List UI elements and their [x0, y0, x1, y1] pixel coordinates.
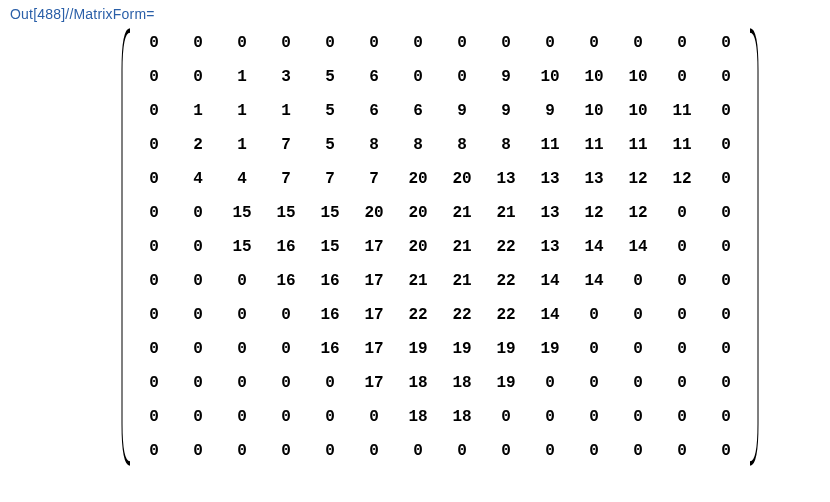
matrix-cell: 0: [660, 230, 704, 264]
matrix-cell: 0: [220, 434, 264, 468]
matrix-cell: 0: [132, 128, 176, 162]
matrix-cell: 0: [264, 434, 308, 468]
matrix-cell: 17: [352, 264, 396, 298]
matrix-cell: 0: [704, 128, 748, 162]
matrix-cell: 0: [484, 434, 528, 468]
matrix-cell: 0: [220, 400, 264, 434]
matrix-cell: 0: [660, 60, 704, 94]
matrix-cell: 0: [704, 332, 748, 366]
matrix-cell: 0: [220, 298, 264, 332]
matrix-cell: 10: [616, 94, 660, 128]
matrix-cell: 0: [352, 26, 396, 60]
cell-label: Out[488]//MatrixForm=: [10, 6, 820, 22]
matrix-cell: 0: [660, 332, 704, 366]
matrix-cell: 10: [572, 94, 616, 128]
matrix-cell: 0: [572, 332, 616, 366]
matrix-cell: 8: [352, 128, 396, 162]
matrix-cell: 14: [572, 264, 616, 298]
matrix-cell: 20: [396, 162, 440, 196]
matrix-cell: 0: [660, 400, 704, 434]
matrix-cell: 0: [616, 366, 660, 400]
matrix-cell: 0: [132, 366, 176, 400]
matrix-cell: 1: [220, 60, 264, 94]
matrix-cell: 13: [572, 162, 616, 196]
matrix-cell: 6: [396, 94, 440, 128]
matrix-cell: 13: [528, 230, 572, 264]
matrix-row: 0000001818000000: [132, 400, 748, 434]
matrix-cell: 0: [264, 298, 308, 332]
matrix-cell: 22: [484, 298, 528, 332]
matrix-cell: 14: [528, 298, 572, 332]
matrix-cell: 14: [572, 230, 616, 264]
matrix-cell: 0: [308, 26, 352, 60]
matrix-cell: 7: [308, 162, 352, 196]
matrix-cell: 0: [352, 400, 396, 434]
matrix-cell: 9: [484, 94, 528, 128]
matrix-cell: 11: [660, 128, 704, 162]
matrix-row: 00001617222222140000: [132, 298, 748, 332]
matrix-cell: 20: [396, 196, 440, 230]
matrix-cell: 17: [352, 230, 396, 264]
matrix-cell: 0: [704, 434, 748, 468]
matrix-cell: 0: [616, 298, 660, 332]
matrix-cell: 13: [528, 162, 572, 196]
matrix-cell: 22: [484, 264, 528, 298]
matrix-cell: 0: [660, 264, 704, 298]
matrix-cell: 15: [220, 230, 264, 264]
matrix-cell: 0: [308, 434, 352, 468]
matrix-cell: 19: [484, 332, 528, 366]
matrix-cell: 20: [352, 196, 396, 230]
right-paren-icon: [748, 26, 760, 468]
matrix-cell: 0: [704, 94, 748, 128]
matrix-cell: 0: [704, 26, 748, 60]
matrix-cell: 20: [396, 230, 440, 264]
matrix-cell: 0: [132, 400, 176, 434]
matrix-cell: 0: [572, 434, 616, 468]
matrix-cell: 0: [132, 230, 176, 264]
matrix-cell: 0: [572, 366, 616, 400]
matrix-cell: 20: [440, 162, 484, 196]
matrix-cell: 0: [704, 60, 748, 94]
matrix-cell: 19: [528, 332, 572, 366]
matrix-cell: 9: [484, 60, 528, 94]
matrix-cell: 7: [264, 128, 308, 162]
matrix-cell: 0: [220, 366, 264, 400]
matrix-cell: 8: [440, 128, 484, 162]
matrix-row: 0001616172121221414000: [132, 264, 748, 298]
matrix-cell: 1: [176, 94, 220, 128]
matrix-form: 0000000000000000135600910101000011156699…: [120, 26, 760, 468]
matrix-cell: 16: [264, 230, 308, 264]
matrix-cell: 0: [616, 434, 660, 468]
matrix-cell: 0: [132, 332, 176, 366]
matrix-cell: 17: [352, 332, 396, 366]
matrix-cell: 11: [616, 128, 660, 162]
output-cell: Out[488]//MatrixForm= 000000000000000013…: [0, 0, 830, 502]
matrix-cell: 15: [308, 230, 352, 264]
matrix-cell: 0: [264, 400, 308, 434]
matrix-cell: 11: [528, 128, 572, 162]
matrix-cell: 0: [176, 366, 220, 400]
matrix-cell: 0: [132, 264, 176, 298]
matrix-cell: 15: [264, 196, 308, 230]
matrix-cell: 0: [616, 264, 660, 298]
matrix-cell: 0: [572, 400, 616, 434]
matrix-cell: 0: [484, 26, 528, 60]
matrix-cell: 9: [528, 94, 572, 128]
matrix-cell: 13: [484, 162, 528, 196]
matrix-cell: 19: [440, 332, 484, 366]
matrix-cell: 0: [616, 400, 660, 434]
matrix-cell: 0: [132, 94, 176, 128]
matrix-cell: 0: [572, 26, 616, 60]
matrix-cell: 21: [396, 264, 440, 298]
matrix-cell: 5: [308, 60, 352, 94]
matrix-cell: 0: [704, 298, 748, 332]
matrix-row: 00000000000000: [132, 434, 748, 468]
matrix-cell: 3: [264, 60, 308, 94]
matrix-cell: 4: [176, 162, 220, 196]
matrix-cell: 19: [484, 366, 528, 400]
matrix-cell: 21: [440, 264, 484, 298]
matrix-cell: 0: [704, 196, 748, 230]
matrix-row: 000001718181900000: [132, 366, 748, 400]
matrix-cell: 0: [396, 434, 440, 468]
matrix-cell: 0: [440, 26, 484, 60]
